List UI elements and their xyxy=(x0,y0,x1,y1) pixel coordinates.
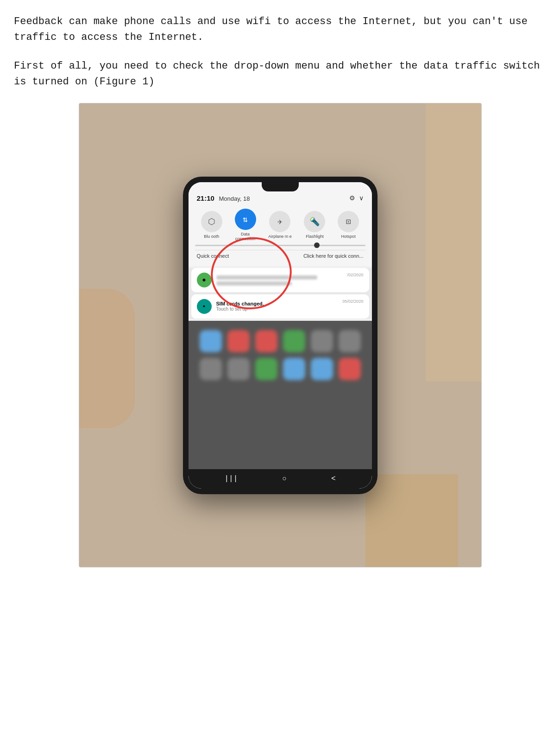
phone-notch xyxy=(262,182,299,191)
app-icon-5 xyxy=(311,330,333,352)
qs-data-connection[interactable]: ⇅ Dataconnection xyxy=(235,209,256,241)
flashlight-icon: 🔦 xyxy=(304,211,325,232)
notif-1-title-blur xyxy=(216,275,317,280)
status-date: Monday, 18 xyxy=(219,195,250,202)
notif-2-title: SIM cards changed. xyxy=(216,301,338,306)
qs-airplane[interactable]: ✈ Airplane m e xyxy=(268,211,292,239)
qs-hotspot-label: Hotspot xyxy=(341,234,356,239)
app-icon-6 xyxy=(339,330,361,352)
notifications-area: ● /02/2020 ▪ SIM cards changed. Touch to… xyxy=(189,268,372,319)
quick-settings-row: ⬡ Blu ooth ⇅ Dataconnection ✈ Airplane m… xyxy=(195,209,365,241)
notification-1: ● /02/2020 xyxy=(191,268,369,293)
status-icons: ⚙ ∨ xyxy=(349,194,364,202)
app-icon-4 xyxy=(283,330,305,352)
qs-data-connection-label: Dataconnection xyxy=(235,232,256,241)
qs-airplane-label: Airplane m e xyxy=(268,234,292,239)
app-icon-3 xyxy=(255,330,277,352)
quick-connect-label: Quick connect xyxy=(197,253,229,259)
notif-2-date: 05/02/2020 xyxy=(342,299,363,304)
status-time-2: 0 xyxy=(211,194,214,202)
nav-home-button[interactable]: ○ xyxy=(282,475,287,483)
app-icon-7 xyxy=(200,358,222,380)
app-icon-12 xyxy=(339,358,361,380)
qs-bluetooth-label: Blu ooth xyxy=(204,234,219,239)
app-icon-11 xyxy=(311,358,333,380)
app-icons-blur xyxy=(193,330,367,380)
notif-1-icon: ● xyxy=(197,273,212,287)
status-time: 21:1 xyxy=(197,194,211,202)
expand-icon: ∨ xyxy=(359,194,364,202)
qs-hotspot[interactable]: ⊡ Hotspot xyxy=(338,211,359,239)
notif-1-sub-blur xyxy=(216,281,292,286)
brightness-slider[interactable] xyxy=(195,245,365,246)
notif-1-date: /02/2020 xyxy=(347,273,363,277)
phone-nav-bar: ||| ○ < xyxy=(189,469,372,489)
qs-flashlight-label: Flashlight xyxy=(306,234,324,239)
figure-1-image: 21:10 Monday, 18 ⚙ ∨ ⬡ Blu ooth xyxy=(79,103,482,567)
app-icon-9 xyxy=(255,358,277,380)
status-bar: 21:10 Monday, 18 ⚙ ∨ xyxy=(189,191,372,204)
brightness-slider-row xyxy=(195,245,365,246)
notif-2-content: SIM cards changed. Touch to set up xyxy=(216,301,338,312)
app-icon-2 xyxy=(227,330,250,352)
nav-recent-button[interactable]: ||| xyxy=(224,475,238,483)
bluetooth-icon: ⬡ xyxy=(201,211,222,232)
phone-frame: 21:10 Monday, 18 ⚙ ∨ ⬡ Blu ooth xyxy=(183,177,378,494)
quick-connect-action[interactable]: Click here for quick conn... xyxy=(303,253,364,259)
gear-icon: ⚙ xyxy=(349,194,355,202)
notif-1-content xyxy=(216,274,343,286)
qs-bluetooth[interactable]: ⬡ Blu ooth xyxy=(201,211,222,239)
notif-2-icon: ▪ xyxy=(197,299,212,314)
quick-settings-panel: ⬡ Blu ooth ⇅ Dataconnection ✈ Airplane m… xyxy=(189,204,372,266)
notification-2: ▪ SIM cards changed. Touch to set up 05/… xyxy=(191,294,369,319)
slider-thumb xyxy=(314,242,320,248)
airplane-icon: ✈ xyxy=(269,211,290,232)
quick-connect-bar: Quick connect Click here for quick conn.… xyxy=(195,250,365,261)
paragraph-1: Feedback can make phone calls and use wi… xyxy=(14,14,546,45)
app-icon-1 xyxy=(200,330,222,352)
data-connection-icon: ⇅ xyxy=(235,209,256,230)
app-icons-area xyxy=(189,321,372,469)
app-icon-8 xyxy=(227,358,250,380)
nav-back-button[interactable]: < xyxy=(331,475,336,483)
app-icon-10 xyxy=(283,358,305,380)
notif-2-subtitle: Touch to set up xyxy=(216,306,338,312)
hotspot-icon: ⊡ xyxy=(338,211,359,232)
qs-flashlight[interactable]: 🔦 Flashlight xyxy=(304,211,325,239)
paragraph-2: First of all, you need to check the drop… xyxy=(14,58,546,90)
